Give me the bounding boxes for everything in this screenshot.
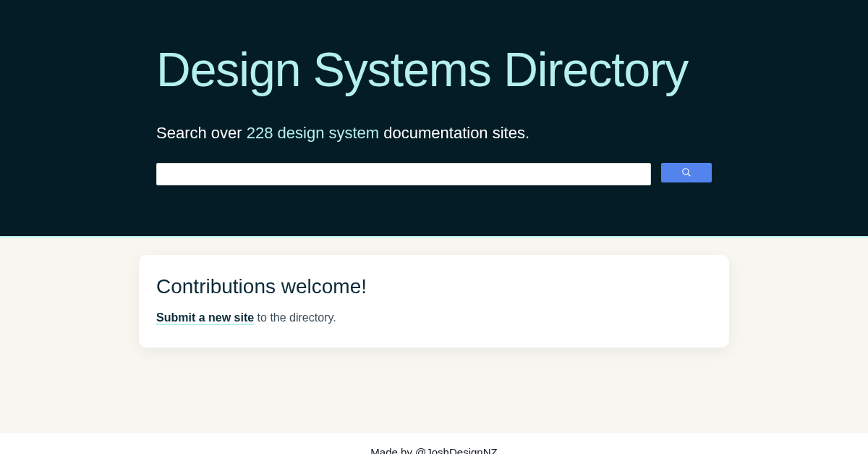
page-title: Design Systems Directory	[156, 43, 712, 96]
footer-author-link[interactable]: @JoshDesignNZ	[415, 446, 498, 454]
hero-section: Design Systems Directory Search over 228…	[0, 0, 868, 237]
search-input[interactable]	[161, 165, 646, 183]
subtitle-count: 228 design system	[247, 124, 379, 142]
search-button[interactable]	[661, 163, 712, 182]
subtitle-prefix: Search over	[156, 124, 247, 142]
card-heading: Contributions welcome!	[156, 275, 712, 298]
search-icon	[681, 167, 692, 177]
svg-line-1	[688, 174, 691, 177]
card-text: Submit a new site to the directory.	[156, 311, 712, 324]
hero-container: Design Systems Directory Search over 228…	[156, 43, 712, 185]
contributions-card: Contributions welcome! Submit a new site…	[139, 255, 729, 348]
content-area: Contributions welcome! Submit a new site…	[0, 237, 868, 433]
submit-site-link[interactable]: Submit a new site	[156, 311, 254, 325]
footer: Made by @JoshDesignNZ	[0, 433, 868, 454]
svg-point-0	[683, 169, 689, 175]
search-input-wrap[interactable]	[156, 163, 651, 185]
subtitle-suffix: documentation sites.	[379, 124, 529, 142]
page-subtitle: Search over 228 design system documentat…	[156, 124, 712, 143]
footer-prefix: Made by	[370, 446, 415, 454]
card-tail-text: to the directory.	[254, 311, 336, 324]
search-row	[156, 163, 712, 185]
